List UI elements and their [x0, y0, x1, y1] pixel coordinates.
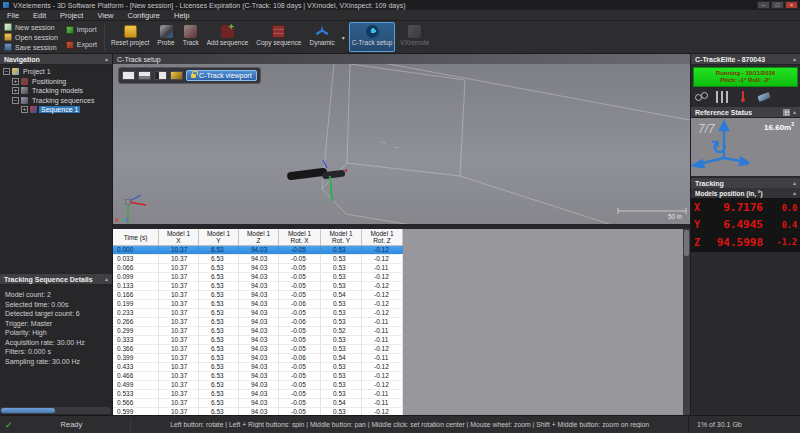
sidebar-item-sequence-1[interactable]: +Sequence 1 [0, 105, 112, 115]
table-row[interactable]: 0.19910.376.5394.03-0.060.53-0.12 [113, 300, 403, 309]
open-session-button[interactable]: Open session [2, 32, 60, 42]
table-cell: 0.499 [113, 381, 159, 389]
sidebar-item-positioning[interactable]: +Positioning [0, 77, 112, 87]
collapse-chevron-icon[interactable]: ▴ [105, 56, 108, 62]
table-row[interactable]: 0.39910.376.5394.03-0.060.54-0.11 [113, 354, 403, 363]
table-row[interactable]: 0.16610.376.5394.03-0.050.54-0.12 [113, 291, 403, 300]
table-row[interactable]: 0.23310.376.5394.03-0.050.53-0.12 [113, 309, 403, 318]
table-row[interactable]: 0.03310.376.5394.03-0.050.53-0.12 [113, 255, 403, 264]
column-header[interactable]: Model 1Rot. Y [321, 229, 362, 245]
left-panel-scrollbar[interactable] [0, 407, 111, 414]
sequence-details-title: Tracking Sequence Details [4, 276, 93, 283]
column-header[interactable]: Model 1Rot. Z [362, 229, 403, 245]
table-row[interactable]: 0.56610.376.5394.03-0.050.54-0.11 [113, 399, 403, 408]
table-row[interactable]: 0.26610.376.5394.03-0.060.53-0.11 [113, 318, 403, 327]
projector-view-icon[interactable] [154, 71, 167, 80]
highlight-view-icon[interactable] [170, 71, 183, 80]
grid-icon[interactable] [783, 109, 790, 116]
collapse-chevron-icon[interactable]: ▴ [793, 56, 796, 62]
maximize-button[interactable]: □ [771, 1, 784, 9]
table-cell: -0.05 [279, 345, 321, 353]
import-button[interactable]: Import [64, 25, 99, 35]
button-label: Save session [15, 44, 57, 51]
sidebar-item-tracking-models[interactable]: +Tracking models [0, 86, 112, 96]
collapse-chevron-icon[interactable]: ▴ [793, 109, 796, 115]
tree-expander-minus-icon[interactable]: − [12, 97, 19, 104]
table-cell: 0.54 [321, 354, 362, 362]
rotate-arrow-icon: ↻ [711, 136, 727, 159]
new-session-button[interactable]: New session [2, 22, 60, 32]
export-button[interactable]: Export [64, 40, 99, 50]
tree-expander-minus-icon[interactable]: − [3, 68, 10, 75]
table-cell: 10.37 [159, 363, 199, 371]
save-session-button[interactable]: Save session [2, 42, 60, 52]
scrollbar-thumb[interactable] [684, 230, 689, 256]
3d-viewport[interactable]: C-Track viewport 50 in XYZ [113, 64, 690, 224]
detail-line: Sampling rate: 30.00 Hz [5, 357, 112, 367]
tracker-status-box: Running - 10/11/2016 Pitch: -1° Roll: -2… [693, 67, 798, 87]
table-cell: 0.233 [113, 309, 159, 317]
c-track-viewport-button[interactable]: C-Track viewport [186, 70, 257, 81]
scrollbar-thumb[interactable] [1, 408, 55, 413]
tree-expander-plus-icon[interactable]: + [12, 87, 19, 94]
dropdown-caret-icon[interactable]: ▾ [340, 22, 347, 52]
track-button[interactable]: Track [180, 22, 202, 52]
table-row[interactable]: 0.46610.376.5394.03-0.050.53-0.12 [113, 372, 403, 381]
dynamic-button[interactable]: Dynamic [306, 22, 337, 52]
collapse-chevron-icon[interactable]: ▴ [793, 180, 796, 186]
collapse-chevron-icon[interactable]: ▴ [793, 190, 796, 196]
menu-view[interactable]: View [90, 10, 120, 21]
probe-button[interactable]: Probe [154, 22, 177, 52]
menu-project[interactable]: Project [53, 10, 90, 21]
wrench-icon[interactable] [757, 92, 770, 102]
table-cell: 6.53 [199, 273, 239, 281]
c-track-setup-button[interactable]: C-Track setup [349, 22, 396, 52]
column-header[interactable]: Model 1Z [239, 229, 279, 245]
table-cell: 6.53 [199, 345, 239, 353]
table-row[interactable]: 0.49910.376.5394.03-0.050.53-0.12 [113, 381, 403, 390]
column-header[interactable]: Time (s) [113, 229, 159, 245]
thermometer-icon[interactable] [737, 91, 749, 103]
add-sequence-button[interactable]: Add sequence [204, 22, 252, 52]
table-row[interactable]: 0.43310.376.5394.03-0.050.53-0.12 [113, 363, 403, 372]
minimize-button[interactable]: – [757, 1, 770, 9]
table-row[interactable]: 0.29910.376.5394.03-0.050.52-0.11 [113, 327, 403, 336]
table-cell: -0.12 [362, 282, 403, 290]
volume-value: 16.60m3 [764, 121, 794, 132]
table-row[interactable]: 0.36610.376.5394.03-0.050.53-0.12 [113, 345, 403, 354]
table-cell: 10.37 [159, 372, 199, 380]
tree-expander-plus-icon[interactable]: + [21, 106, 28, 113]
column-header[interactable]: Model 1Y [199, 229, 239, 245]
table-cell: 94.03 [239, 381, 279, 389]
column-header[interactable]: Model 1X [159, 229, 199, 245]
menu-edit[interactable]: Edit [26, 10, 53, 21]
close-button[interactable]: × [785, 1, 798, 9]
table-scrollbar[interactable] [683, 229, 690, 415]
table-row[interactable]: 0.06610.376.5394.03-0.050.53-0.11 [113, 264, 403, 273]
single-view-icon[interactable] [122, 71, 135, 80]
table-cell: 94.03 [239, 309, 279, 317]
split-view-icon[interactable] [138, 71, 151, 80]
menu-configure[interactable]: Configure [121, 10, 168, 21]
collapse-chevron-icon[interactable]: ▴ [105, 276, 108, 282]
sidebar-item-tracking-sequences[interactable]: −Tracking sequences [0, 96, 112, 106]
table-row[interactable]: 0.33310.376.5394.03-0.050.53-0.11 [113, 336, 403, 345]
table-row[interactable]: 0.00010.376.5394.03-0.050.53-0.12 [113, 246, 403, 255]
tree-expander-plus-icon[interactable]: + [12, 78, 19, 85]
table-row[interactable]: 0.09910.376.5394.03-0.050.53-0.12 [113, 273, 403, 282]
table-cell: 0.53 [321, 372, 362, 380]
sidebar-item-project-1[interactable]: −Project 1 [0, 67, 112, 77]
camera-bars-icon[interactable] [716, 91, 728, 103]
copy-sequence-button[interactable]: Copy sequence [253, 22, 304, 52]
targets-icon[interactable] [695, 91, 707, 103]
reset-project-button[interactable]: Reset project [108, 22, 152, 52]
table-cell: -0.05 [279, 264, 321, 272]
menu-help[interactable]: Help [167, 10, 196, 21]
tree-item-label: Project 1 [21, 68, 53, 75]
table-row[interactable]: 0.13310.376.5394.03-0.050.53-0.12 [113, 282, 403, 291]
table-cell: 10.37 [159, 345, 199, 353]
table-row[interactable]: 0.53310.376.5394.03-0.050.53-0.11 [113, 390, 403, 399]
table-cell: 94.03 [239, 354, 279, 362]
column-header[interactable]: Model 1Rot. X [279, 229, 321, 245]
menu-file[interactable]: File [0, 10, 26, 21]
